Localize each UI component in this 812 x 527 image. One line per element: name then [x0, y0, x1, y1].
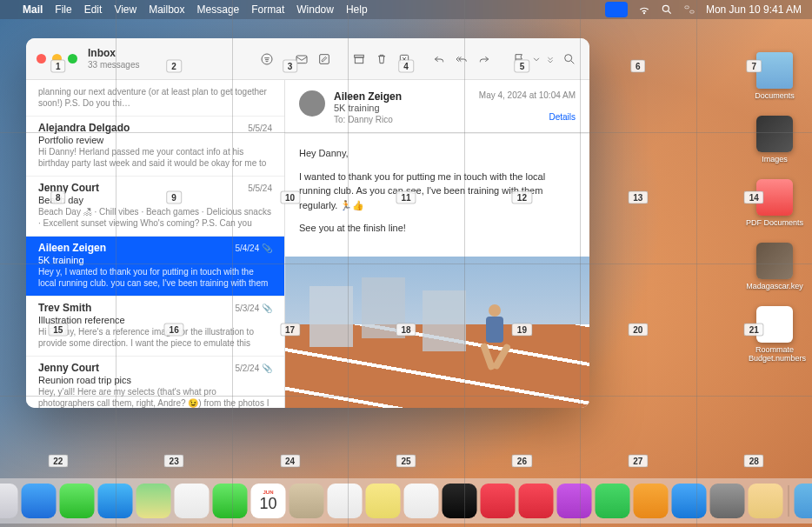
desktop-item-images[interactable]: Images — [749, 116, 800, 163]
minimize-button[interactable] — [52, 54, 62, 63]
wifi-icon[interactable] — [638, 3, 650, 16]
desktop-icons: Documents Images PDF Documents Madagasca… — [749, 52, 800, 363]
reply-all-button[interactable] — [450, 49, 473, 70]
compose-button[interactable] — [313, 49, 336, 70]
mail-window: Inbox 33 messages planning our next adve… — [26, 38, 589, 408]
msg-subject: Portfolio review — [38, 135, 272, 145]
spotlight-icon[interactable] — [661, 3, 673, 16]
dock-app-tv[interactable] — [443, 484, 477, 518]
toolbar — [256, 38, 581, 80]
numbers-icon — [756, 306, 793, 343]
dock-app-photos[interactable] — [175, 484, 210, 518]
desktop-item-documents[interactable]: Documents — [749, 52, 800, 100]
reader-from: Aileen Zeigen — [334, 90, 402, 103]
close-button[interactable] — [37, 54, 46, 63]
msg-preview: Hi Danny, Here's a reference image for t… — [38, 326, 272, 349]
archive-button[interactable] — [348, 49, 370, 70]
desktop-item-budget[interactable]: Roommate Budget.numbers — [749, 306, 800, 363]
msg-subject: Illustration reference — [38, 315, 272, 325]
msg-from: Alejandra Delgado — [38, 122, 130, 134]
message-list[interactable]: planning our next adventure (or at least… — [26, 80, 285, 408]
message-row[interactable]: Aileen Zeigen5/4/24 📎5K trainingHey y, I… — [26, 237, 284, 297]
msg-date: 5/2/24 📎 — [235, 364, 272, 373]
message-row[interactable]: Trev Smith5/3/24 📎Illustration reference… — [26, 297, 284, 357]
more-button[interactable] — [542, 49, 558, 70]
message-row[interactable]: Jenny Court5/5/24Beach dayBeach Day 🏖 · … — [26, 177, 284, 237]
titlebar[interactable]: Inbox 33 messages — [26, 38, 589, 80]
forward-button[interactable] — [473, 49, 496, 70]
svg-rect-5 — [320, 55, 329, 64]
desktop-item-pdf[interactable]: PDF Documents — [749, 179, 800, 227]
menu-window[interactable]: Window — [296, 3, 334, 16]
dock-app-safari[interactable] — [22, 484, 57, 518]
zoom-button[interactable] — [68, 54, 77, 63]
voice-control-icon[interactable] — [605, 2, 628, 17]
delete-button[interactable] — [370, 49, 393, 70]
dock-app-calendar[interactable]: JUN10 — [251, 484, 286, 518]
msg-subject: Beach day — [38, 195, 272, 205]
filter-button[interactable] — [256, 49, 278, 70]
details-link[interactable]: Details — [479, 112, 576, 122]
desktop-item-madagascar[interactable]: Madagascar.key — [749, 243, 800, 290]
dock-app-contacts[interactable] — [290, 484, 324, 518]
search-button[interactable] — [558, 49, 581, 70]
app-menu[interactable]: Mail — [23, 3, 43, 16]
desktop-label: Roommate Budget.numbers — [749, 345, 801, 363]
svg-rect-7 — [355, 57, 363, 63]
dock-app-appstore[interactable] — [672, 484, 707, 518]
dock-app-podcasts[interactable] — [557, 484, 592, 518]
message-row[interactable]: Jenny Court5/2/24 📎Reunion road trip pic… — [26, 357, 284, 408]
dock-app-launchpad[interactable] — [0, 484, 18, 518]
menu-help[interactable]: Help — [346, 3, 368, 16]
dock-app-pages[interactable] — [634, 484, 669, 518]
dock-app-mail[interactable] — [98, 484, 133, 518]
menu-file[interactable]: File — [55, 3, 71, 16]
flag-button[interactable] — [508, 49, 530, 70]
dock-app-numbers[interactable] — [596, 484, 630, 518]
message-row[interactable]: planning our next adventure (or at least… — [26, 80, 284, 117]
dock-app-iphone[interactable] — [749, 484, 783, 518]
reader-date: May 4, 2024 at 10:04 AM — [479, 90, 576, 100]
junk-button[interactable] — [393, 49, 416, 70]
reader-header: Aileen Zeigen 5K training To: Danny Rico… — [285, 80, 589, 134]
attachment-image[interactable] — [285, 257, 589, 409]
dock: JUN10 — [0, 478, 812, 524]
dock-app-freeform[interactable] — [404, 484, 439, 518]
traffic-lights — [37, 54, 77, 63]
msg-preview: planning our next adventure (or at least… — [38, 86, 272, 109]
dock-app-facetime[interactable] — [213, 484, 248, 518]
flag-menu-button[interactable] — [530, 49, 542, 70]
msg-preview: Hey, y'all! Here are my selects (that's … — [38, 386, 272, 408]
reply-button[interactable] — [428, 49, 450, 70]
msg-from: Jenny Court — [38, 182, 99, 194]
dock-app-messages[interactable] — [60, 484, 95, 518]
msg-date: 5/3/24 📎 — [235, 304, 272, 313]
folder-icon — [756, 179, 793, 216]
keynote-icon — [756, 243, 793, 279]
dock-app-news[interactable] — [519, 484, 554, 518]
message-row[interactable]: Alejandra Delgado5/5/24Portfolio reviewH… — [26, 117, 284, 177]
dock-app-notes[interactable] — [366, 484, 401, 518]
svg-rect-1 — [685, 6, 689, 9]
msg-subject: 5K training — [38, 255, 272, 265]
desktop-label: Documents — [755, 91, 795, 100]
msg-preview: Beach Day 🏖 · Chill vibes · Beach games … — [38, 206, 272, 229]
menu-mailbox[interactable]: Mailbox — [149, 3, 184, 16]
dock-app-maps[interactable] — [136, 484, 171, 518]
compose-envelope-button[interactable] — [290, 49, 313, 70]
menu-format[interactable]: Format — [251, 3, 284, 16]
dock-app-reminders[interactable] — [328, 484, 363, 518]
menu-message[interactable]: Message — [197, 3, 240, 16]
dock-app-settings[interactable] — [710, 484, 745, 518]
dock-app-music[interactable] — [481, 484, 516, 518]
msg-subject: Reunion road trip pics — [38, 375, 272, 385]
control-center-icon[interactable] — [683, 3, 696, 16]
sender-avatar[interactable] — [299, 90, 325, 117]
dock-app-downloads[interactable] — [795, 484, 813, 518]
msg-from: Aileen Zeigen — [38, 242, 106, 254]
menu-view[interactable]: View — [114, 3, 136, 16]
menu-edit[interactable]: Edit — [84, 3, 103, 16]
menubar: Mail File Edit View Mailbox Message Form… — [0, 0, 812, 19]
datetime[interactable]: Mon Jun 10 9:41 AM — [706, 3, 802, 16]
msg-from: Jenny Court — [38, 362, 99, 374]
